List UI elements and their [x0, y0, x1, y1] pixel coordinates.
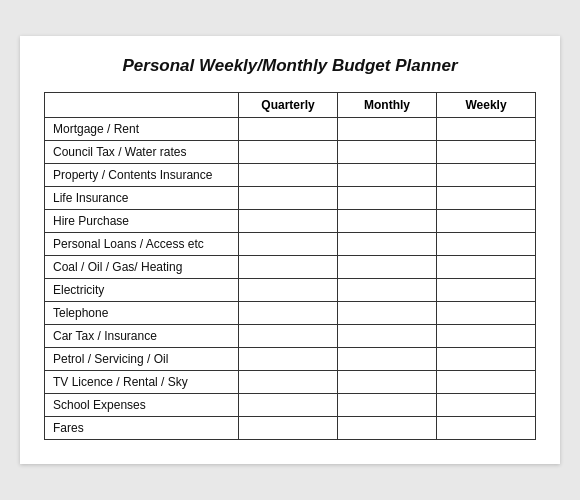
row-cell-3-0[interactable] [239, 187, 338, 210]
row-cell-7-1[interactable] [338, 279, 437, 302]
row-cell-12-1[interactable] [338, 394, 437, 417]
row-cell-11-1[interactable] [338, 371, 437, 394]
row-cell-2-0[interactable] [239, 164, 338, 187]
table-body: Mortgage / RentCouncil Tax / Water rates… [45, 118, 536, 440]
row-category-label: Coal / Oil / Gas/ Heating [45, 256, 239, 279]
table-row: Personal Loans / Access etc [45, 233, 536, 256]
row-cell-13-0[interactable] [239, 417, 338, 440]
header-weekly: Weekly [437, 93, 536, 118]
row-category-label: Petrol / Servicing / Oil [45, 348, 239, 371]
row-category-label: Hire Purchase [45, 210, 239, 233]
row-cell-0-1[interactable] [338, 118, 437, 141]
table-row: Hire Purchase [45, 210, 536, 233]
row-cell-8-2[interactable] [437, 302, 536, 325]
row-category-label: Property / Contents Insurance [45, 164, 239, 187]
row-cell-0-0[interactable] [239, 118, 338, 141]
table-row: Council Tax / Water rates [45, 141, 536, 164]
row-cell-7-2[interactable] [437, 279, 536, 302]
table-header-row: Quarterly Monthly Weekly [45, 93, 536, 118]
row-cell-2-1[interactable] [338, 164, 437, 187]
row-cell-1-2[interactable] [437, 141, 536, 164]
row-cell-9-2[interactable] [437, 325, 536, 348]
row-cell-1-0[interactable] [239, 141, 338, 164]
header-monthly: Monthly [338, 93, 437, 118]
row-cell-3-1[interactable] [338, 187, 437, 210]
row-cell-4-2[interactable] [437, 210, 536, 233]
row-cell-8-0[interactable] [239, 302, 338, 325]
row-category-label: Life Insurance [45, 187, 239, 210]
row-category-label: Personal Loans / Access etc [45, 233, 239, 256]
row-cell-6-1[interactable] [338, 256, 437, 279]
row-cell-4-0[interactable] [239, 210, 338, 233]
row-category-label: Fares [45, 417, 239, 440]
row-category-label: TV Licence / Rental / Sky [45, 371, 239, 394]
row-category-label: Electricity [45, 279, 239, 302]
table-row: Mortgage / Rent [45, 118, 536, 141]
row-cell-6-0[interactable] [239, 256, 338, 279]
row-cell-4-1[interactable] [338, 210, 437, 233]
row-cell-12-2[interactable] [437, 394, 536, 417]
table-row: Fares [45, 417, 536, 440]
row-cell-9-1[interactable] [338, 325, 437, 348]
row-cell-3-2[interactable] [437, 187, 536, 210]
header-category [45, 93, 239, 118]
table-row: Life Insurance [45, 187, 536, 210]
row-cell-5-0[interactable] [239, 233, 338, 256]
row-cell-1-1[interactable] [338, 141, 437, 164]
row-category-label: Telephone [45, 302, 239, 325]
row-cell-0-2[interactable] [437, 118, 536, 141]
row-cell-6-2[interactable] [437, 256, 536, 279]
row-cell-10-0[interactable] [239, 348, 338, 371]
row-cell-11-2[interactable] [437, 371, 536, 394]
row-category-label: Car Tax / Insurance [45, 325, 239, 348]
row-cell-2-2[interactable] [437, 164, 536, 187]
row-cell-10-2[interactable] [437, 348, 536, 371]
table-row: Coal / Oil / Gas/ Heating [45, 256, 536, 279]
row-category-label: Mortgage / Rent [45, 118, 239, 141]
page-title: Personal Weekly/Monthly Budget Planner [44, 56, 536, 76]
header-quarterly: Quarterly [239, 93, 338, 118]
row-cell-8-1[interactable] [338, 302, 437, 325]
table-row: Telephone [45, 302, 536, 325]
row-cell-7-0[interactable] [239, 279, 338, 302]
row-category-label: Council Tax / Water rates [45, 141, 239, 164]
row-cell-13-2[interactable] [437, 417, 536, 440]
row-cell-5-1[interactable] [338, 233, 437, 256]
table-row: Property / Contents Insurance [45, 164, 536, 187]
row-cell-9-0[interactable] [239, 325, 338, 348]
row-cell-10-1[interactable] [338, 348, 437, 371]
row-category-label: School Expenses [45, 394, 239, 417]
budget-table: Quarterly Monthly Weekly Mortgage / Rent… [44, 92, 536, 440]
row-cell-12-0[interactable] [239, 394, 338, 417]
row-cell-13-1[interactable] [338, 417, 437, 440]
row-cell-11-0[interactable] [239, 371, 338, 394]
budget-planner-page: Personal Weekly/Monthly Budget Planner Q… [20, 36, 560, 464]
table-row: School Expenses [45, 394, 536, 417]
table-row: Electricity [45, 279, 536, 302]
table-row: Petrol / Servicing / Oil [45, 348, 536, 371]
row-cell-5-2[interactable] [437, 233, 536, 256]
table-row: Car Tax / Insurance [45, 325, 536, 348]
table-row: TV Licence / Rental / Sky [45, 371, 536, 394]
